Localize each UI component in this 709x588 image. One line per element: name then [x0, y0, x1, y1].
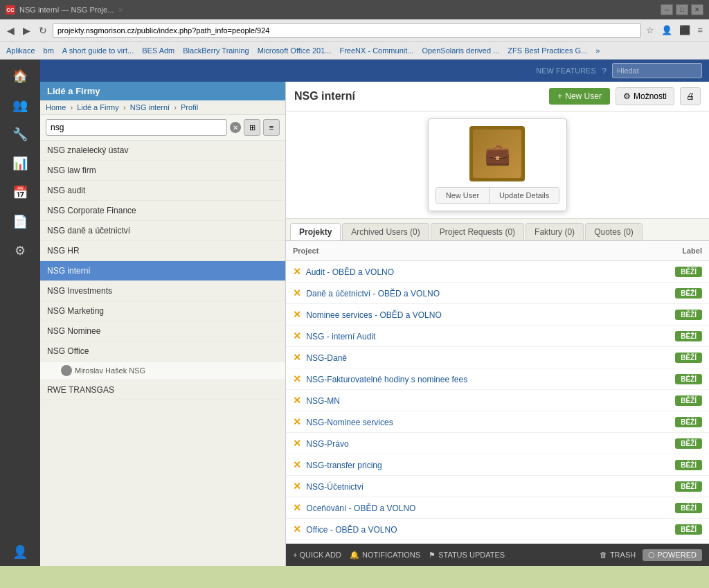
- project-link[interactable]: NSG-Daně: [306, 353, 347, 363]
- list-item[interactable]: NSG law firm: [40, 161, 285, 181]
- list-item-active[interactable]: NSG interní: [40, 261, 285, 281]
- list-item[interactable]: NSG audit: [40, 181, 285, 201]
- project-link[interactable]: NSG - interní Audit: [306, 332, 375, 341]
- list-item[interactable]: NSG Nominee: [40, 321, 285, 341]
- menu-icon[interactable]: ≡: [695, 24, 705, 37]
- breadcrumb-section[interactable]: Lidé a Firmy: [77, 103, 119, 112]
- close-btn[interactable]: ✕: [691, 4, 703, 15]
- tab-project-requests[interactable]: Project Requests (0): [431, 223, 524, 240]
- project-label-cell: BĚŽÍ: [654, 497, 709, 519]
- project-link[interactable]: NSG-Účetnictví: [306, 482, 364, 492]
- search-clear-btn[interactable]: ✕: [230, 122, 241, 133]
- table-row[interactable]: ✕ Daně a účetnictví - OBĚD a VOLNO BĚŽÍ: [286, 283, 709, 304]
- star-icon[interactable]: ☆: [644, 24, 656, 37]
- project-link[interactable]: Office - OBĚD a VOLNO: [306, 525, 397, 535]
- back-btn[interactable]: ◀: [4, 24, 17, 37]
- address-bar[interactable]: [53, 23, 641, 38]
- table-row[interactable]: ✕ NSG-Daně BĚŽÍ: [286, 347, 709, 368]
- search-grid-btn[interactable]: ⊞: [244, 119, 260, 136]
- people-sidebar-btn[interactable]: 👥: [5, 91, 35, 119]
- profile-icon[interactable]: 👤: [659, 24, 674, 37]
- table-row[interactable]: ✕ NSG-Účetnictví BĚŽÍ: [286, 476, 709, 497]
- table-row[interactable]: ✕ NSG-Fakturovatelné hodiny s nominee fe…: [286, 368, 709, 390]
- tools-sidebar-btn[interactable]: 🔧: [5, 121, 35, 148]
- table-row[interactable]: ✕ NSG-Právo BĚŽÍ: [286, 433, 709, 454]
- project-link[interactable]: NSG-Fakturovatelné hodiny s nominee fees: [306, 375, 467, 384]
- page-title: NSG interní: [294, 90, 355, 103]
- list-item[interactable]: NSG znalelecký ústav: [40, 141, 285, 161]
- tab-faktury[interactable]: Faktury (0): [526, 223, 584, 240]
- powered-icon: ⬡: [648, 551, 655, 560]
- help-btn[interactable]: ?: [602, 66, 607, 76]
- project-link[interactable]: Audit - OBĚD a VOLNO: [306, 267, 394, 277]
- list-item[interactable]: NSG Corporate Finance: [40, 201, 285, 221]
- bookmark-freenx[interactable]: FreeNX - Communit...: [337, 46, 415, 55]
- extensions-icon[interactable]: ⬛: [677, 24, 692, 37]
- bookmark-msoffice[interactable]: Microsoft Office 201...: [255, 46, 334, 55]
- project-link[interactable]: NSG-transfer pricing: [306, 461, 382, 470]
- settings-sidebar-btn[interactable]: ⚙: [5, 237, 35, 265]
- project-link[interactable]: Daně a účetnictví - OBĚD a VOLNO: [306, 289, 440, 299]
- docs-sidebar-btn[interactable]: 📄: [5, 208, 35, 235]
- print-button[interactable]: 🖨: [680, 87, 701, 105]
- list-item[interactable]: NSG Investments: [40, 281, 285, 301]
- calendar-sidebar-btn[interactable]: 📅: [5, 179, 35, 206]
- project-link[interactable]: NSG-Nominee services: [306, 418, 393, 427]
- table-row[interactable]: ✕ Oceňování - OBĚD a VOLNO BĚŽÍ: [286, 497, 709, 519]
- quick-add-btn[interactable]: + QUICK ADD: [293, 551, 341, 560]
- bookmark-zfs[interactable]: ZFS Best Practices G...: [505, 46, 589, 55]
- table-row[interactable]: ✕ NSG-transfer pricing BĚŽÍ: [286, 454, 709, 476]
- new-features-btn[interactable]: NEW FEATURES: [536, 66, 596, 75]
- search-input[interactable]: [612, 63, 702, 78]
- profile-update-btn[interactable]: Update Details: [490, 188, 559, 203]
- list-item[interactable]: NSG Marketing: [40, 301, 285, 321]
- powered-btn[interactable]: ⬡ POWERED: [643, 549, 702, 561]
- bookmark-bes[interactable]: BES Adm: [140, 46, 177, 55]
- maximize-btn[interactable]: □: [676, 4, 688, 15]
- sub-user-item[interactable]: Miroslav Hašek NSG: [40, 362, 285, 380]
- list-item[interactable]: RWE TRANSGAS: [40, 380, 285, 400]
- bookmark-more[interactable]: »: [593, 46, 602, 55]
- bookmark-apps[interactable]: Aplikace: [4, 46, 37, 55]
- project-label-cell: BĚŽÍ: [654, 411, 709, 433]
- table-row[interactable]: ✕ NSG-Nominee services BĚŽÍ: [286, 411, 709, 433]
- tab-projekty[interactable]: Projekty: [290, 223, 341, 240]
- table-row[interactable]: ✕ Audit - OBĚD a VOLNO BĚŽÍ: [286, 261, 709, 283]
- trash-btn[interactable]: 🗑 TRASH: [600, 551, 636, 559]
- bookmark-opensolaris[interactable]: OpenSolaris derived ...: [420, 46, 501, 55]
- list-item[interactable]: NSG daně a účetnictví: [40, 221, 285, 241]
- tab-archived-users[interactable]: Archived Users (0): [342, 223, 429, 240]
- bookmark-guide[interactable]: A short guide to virt...: [60, 46, 136, 55]
- label-badge: BĚŽÍ: [675, 353, 702, 363]
- new-user-button[interactable]: + New User: [549, 88, 610, 105]
- list-item[interactable]: NSG Office: [40, 341, 285, 362]
- options-button[interactable]: ⚙ Možnosti: [616, 87, 674, 105]
- notifications-btn[interactable]: 🔔 NOTIFICATIONS: [350, 551, 420, 560]
- tab-quotes[interactable]: Quotes (0): [585, 223, 643, 240]
- list-item[interactable]: NSG HR: [40, 241, 285, 261]
- project-link[interactable]: NSG-MN: [306, 396, 340, 406]
- project-link[interactable]: Oceňování - OBĚD a VOLNO: [306, 504, 415, 513]
- user-sidebar-btn[interactable]: 👤: [5, 538, 35, 566]
- project-link[interactable]: Nominee services - OBĚD a VOLNO: [306, 310, 441, 320]
- tab-close-btn[interactable]: ✕: [118, 6, 123, 14]
- minimize-btn[interactable]: ─: [661, 4, 673, 15]
- refresh-btn[interactable]: ↻: [36, 24, 50, 37]
- project-link[interactable]: NSG-Právo: [306, 439, 348, 449]
- table-row[interactable]: ✕ Office - OBĚD a VOLNO BĚŽÍ: [286, 519, 709, 540]
- breadcrumb-company[interactable]: NSG interní: [130, 103, 170, 112]
- table-row[interactable]: ✕ NSG-MN BĚŽÍ: [286, 390, 709, 411]
- status-updates-btn[interactable]: ⚑ STATUS UPDATES: [429, 551, 505, 560]
- bookmark-bm[interactable]: bm: [42, 46, 56, 55]
- bookmark-blackberry[interactable]: BlackBerry Training: [181, 46, 251, 55]
- company-search-input[interactable]: [46, 119, 227, 136]
- forward-btn[interactable]: ▶: [20, 24, 33, 37]
- search-list-btn[interactable]: ≡: [263, 119, 280, 136]
- chart-sidebar-btn[interactable]: 📊: [5, 150, 35, 177]
- home-sidebar-btn[interactable]: 🏠: [5, 62, 35, 90]
- content-area: NEW FEATURES ? Lidé a Firmy Home › Lidé …: [40, 60, 709, 566]
- table-row[interactable]: ✕ NSG - interní Audit BĚŽÍ: [286, 326, 709, 347]
- table-row[interactable]: ✕ Nominee services - OBĚD a VOLNO BĚŽÍ: [286, 304, 709, 326]
- profile-new-user-btn[interactable]: New User: [436, 188, 490, 203]
- breadcrumb-home[interactable]: Home: [46, 103, 66, 112]
